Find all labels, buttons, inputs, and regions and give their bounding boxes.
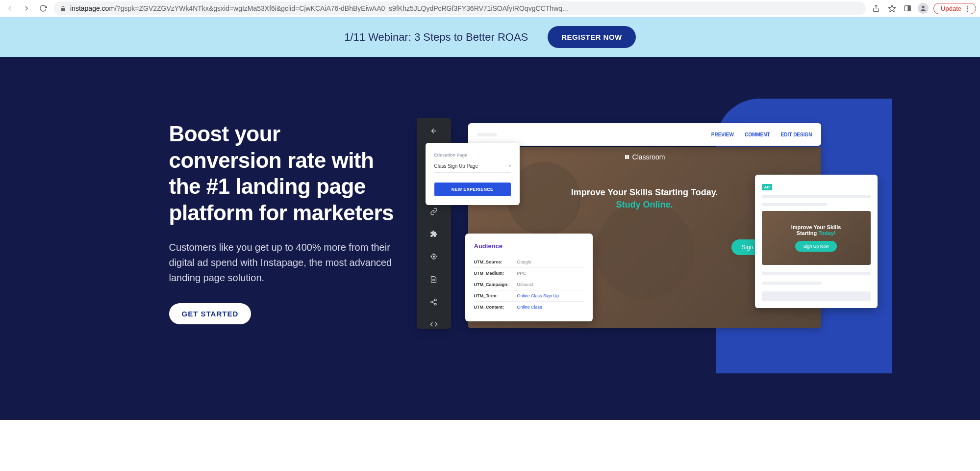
placeholder-line: [762, 195, 871, 198]
get-started-button[interactable]: GET STARTED: [169, 303, 251, 324]
audience-value: Online Class: [517, 305, 542, 310]
register-now-button[interactable]: REGISTER NOW: [548, 26, 636, 48]
mock-brand: Classroom: [624, 153, 665, 161]
audience-row: UTM_Campaign:Usboost: [474, 279, 584, 290]
svg-rect-4: [908, 6, 910, 11]
hero-section: Boost your conversion rate with the #1 l…: [0, 57, 980, 420]
nav-reload-button[interactable]: [37, 2, 49, 14]
hero-title: Boost your conversion rate with the #1 l…: [169, 121, 397, 226]
bookmark-star-icon[interactable]: [886, 3, 897, 14]
update-label: Update: [941, 5, 961, 12]
svg-line-12: [432, 300, 434, 302]
ad-signup-button: Sign Up Now: [795, 241, 837, 252]
link-icon: [429, 207, 438, 216]
edu-label: Education Page: [434, 153, 511, 157]
update-button[interactable]: Update ⋮: [933, 3, 976, 14]
svg-marker-1: [888, 5, 895, 11]
mock-ad-card: AD Improve Your Skills Starting Today! S…: [755, 175, 878, 308]
placeholder-line: [762, 272, 871, 275]
placeholder-line: [762, 282, 822, 285]
mock-topbar: PREVIEW COMMENT EDIT DESIGN: [468, 123, 821, 146]
announcement-text: 1/11 Webinar: 3 Steps to Better ROAS: [344, 31, 528, 44]
placeholder-line: [762, 203, 827, 206]
ad-headline-2: Starting Today!: [797, 230, 836, 236]
audience-row: UTM_Term:Online Class Sign Up: [474, 290, 584, 302]
audience-row: UTM_Medium:PPC: [474, 268, 584, 279]
svg-point-10: [431, 301, 433, 303]
placeholder-line: [477, 133, 497, 136]
chevron-down-icon: ▾: [509, 164, 511, 168]
mock-education-panel: Education Page Class Sign Up Page ▾ NEW …: [426, 143, 520, 205]
code-icon: [429, 320, 438, 329]
address-bar[interactable]: instapage.com/?gspk=ZGV2ZGVzYWk4NTkx&gsx…: [54, 1, 866, 15]
menu-dots-icon: ⋮: [964, 5, 971, 12]
audience-key: UTM_Term:: [474, 293, 512, 298]
svg-point-8: [433, 279, 435, 281]
hero-illustration: Classroom Improve Your Skills Starting T…: [417, 86, 873, 391]
share-icon: [429, 297, 438, 306]
puzzle-icon: [429, 230, 438, 238]
audience-title: Audience: [474, 242, 584, 250]
target-icon: [429, 252, 438, 261]
arrow-left-icon: [429, 127, 438, 135]
mock-comment-link: COMMENT: [745, 132, 770, 137]
mock-headline-2: Study Online.: [571, 200, 718, 210]
mock-edit-link: EDIT DESIGN: [781, 132, 812, 137]
svg-line-13: [432, 302, 434, 304]
ad-badge: AD: [762, 184, 773, 190]
mock-headline-1: Improve Your Skills Starting Today.: [571, 187, 718, 198]
audience-row: UTM_Content:Online Class: [474, 302, 584, 313]
mock-preview-link: PREVIEW: [711, 132, 734, 137]
book-icon: [624, 154, 630, 160]
nav-forward-button[interactable]: [21, 2, 32, 14]
profile-avatar[interactable]: [918, 3, 929, 14]
ad-image: Improve Your Skills Starting Today! Sign…: [762, 211, 871, 265]
new-experience-button: NEW EXPERIENCE: [434, 183, 511, 196]
svg-point-9: [434, 299, 436, 301]
audience-key: UTM_Campaign:: [474, 282, 512, 287]
browser-toolbar: instapage.com/?gspk=ZGV2ZGVzYWk4NTkx&gsx…: [0, 0, 980, 17]
announcement-bar: 1/11 Webinar: 3 Steps to Better ROAS REG…: [0, 17, 980, 57]
hero-subtitle: Customers like you get up to 400% more f…: [169, 240, 397, 286]
svg-point-7: [433, 256, 434, 258]
audience-row: UTM_Source:Google: [474, 257, 584, 268]
svg-point-5: [922, 6, 924, 8]
audience-value: Google: [517, 260, 531, 264]
svg-point-11: [434, 303, 436, 305]
audience-value: Online Class Sign Up: [517, 293, 559, 298]
audience-key: UTM_Medium:: [474, 271, 512, 276]
share-icon[interactable]: [871, 3, 881, 14]
audience-value: Usboost: [517, 282, 533, 287]
placeholder-block: [762, 291, 871, 301]
lock-icon: [60, 5, 66, 12]
audience-value: PPC: [517, 271, 527, 276]
ad-headline-1: Improve Your Skills: [791, 224, 841, 230]
url-text: instapage.com/?gspk=ZGV2ZGVzYWk4NTkx&gsx…: [70, 4, 860, 12]
audience-key: UTM_Source:: [474, 260, 512, 264]
nav-back-button[interactable]: [4, 2, 16, 14]
side-panel-icon[interactable]: [902, 3, 913, 14]
mock-audience-panel: Audience UTM_Source:GoogleUTM_Medium:PPC…: [465, 234, 593, 321]
file-search-icon: [429, 275, 438, 284]
audience-key: UTM_Content:: [474, 305, 512, 310]
edu-select: Class Sign Up Page ▾: [434, 163, 511, 173]
